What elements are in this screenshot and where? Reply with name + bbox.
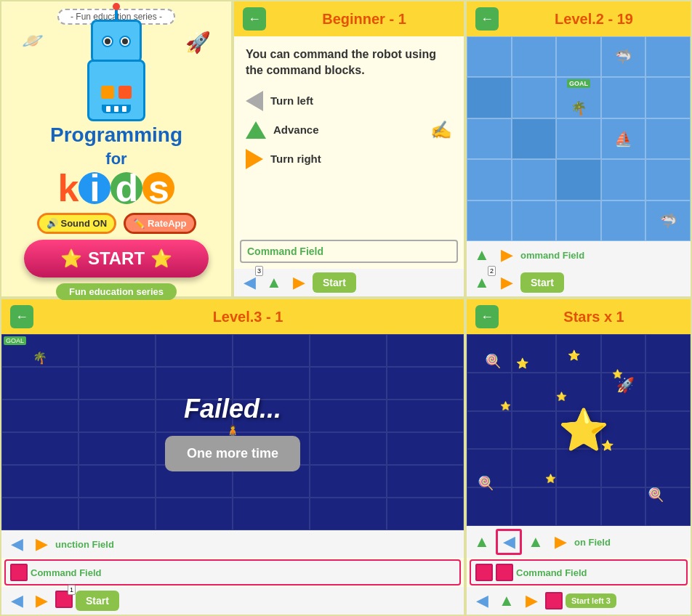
square-num: 1 bbox=[68, 585, 76, 595]
grid-cell bbox=[601, 77, 646, 118]
grid-cell bbox=[601, 200, 646, 241]
robot-mouth bbox=[102, 105, 131, 113]
speaker-icon: 🔊 bbox=[47, 218, 58, 229]
turn-left-icon bbox=[246, 91, 263, 111]
sc bbox=[601, 373, 646, 411]
grid-cell bbox=[512, 118, 557, 159]
level2-control-row-1: ▲ ▶ ommand Field bbox=[467, 241, 691, 269]
robot-area: 🪐 bbox=[15, 31, 218, 121]
right-arrow-btn[interactable]: ▶ bbox=[288, 272, 310, 293]
stars-game-area: ⭐ ⭐ ⭐ ⭐ ⭐ ⭐ 🚀 🍭 🍭 🍭 ⭐ ⭐ bbox=[467, 334, 691, 526]
start-button[interactable]: START bbox=[24, 240, 209, 277]
stars-back-button[interactable]: ← bbox=[475, 305, 499, 328]
stars-green-btn[interactable]: ▲ bbox=[471, 531, 493, 553]
panel-intro: - Fun education series - 🪐 bbox=[0, 0, 233, 298]
robot-antenna bbox=[115, 9, 118, 20]
stars-green-btn3[interactable]: ▲ bbox=[496, 590, 518, 612]
grid-cell bbox=[556, 159, 601, 200]
up-arrow-btn[interactable]: ▲ bbox=[263, 272, 285, 293]
level3-left-btn[interactable]: ◀ bbox=[6, 533, 28, 555]
level2-header: ← Level.2 - 19 bbox=[467, 1, 691, 36]
level2-up-num: 2 bbox=[488, 266, 496, 276]
failed-text: Failed... bbox=[184, 394, 281, 424]
one-more-button[interactable]: One more time bbox=[165, 436, 300, 471]
stars-left-btn2[interactable]: ◀ bbox=[471, 590, 493, 612]
sc bbox=[645, 373, 691, 411]
panel-stars: ← Stars x 1 bbox=[465, 298, 692, 616]
grid-cell bbox=[512, 36, 557, 77]
stars-pink-square-1[interactable] bbox=[475, 564, 493, 581]
pink-square-1[interactable] bbox=[10, 564, 28, 581]
robot-body bbox=[87, 60, 145, 121]
sc bbox=[512, 373, 557, 411]
beginner-content: You can command the robot using the comm… bbox=[234, 36, 464, 234]
robot-head bbox=[91, 20, 142, 63]
grid-cell bbox=[556, 118, 601, 159]
sc bbox=[556, 411, 601, 450]
boat-cell: ⛵ bbox=[601, 118, 646, 159]
sc bbox=[601, 487, 646, 526]
level2-right-btn[interactable]: ▶ bbox=[496, 244, 518, 266]
stars-left-btn[interactable]: ◀ bbox=[498, 531, 520, 553]
stars-green-btn2[interactable]: ▲ bbox=[525, 531, 547, 553]
stars-orange-btn2[interactable]: ▶ bbox=[520, 590, 542, 612]
stars-pink-square-2[interactable] bbox=[496, 564, 513, 581]
robot-eye-left bbox=[102, 36, 113, 47]
stars-orange-btn[interactable]: ▶ bbox=[550, 531, 571, 553]
panel-level3: ← Level.3 - 1 GOAL 🌴 bbox=[0, 298, 465, 616]
shark-cell-bottom: 🦈 bbox=[645, 200, 691, 241]
grid-cell bbox=[512, 77, 557, 118]
stars-start-btn[interactable]: Start left 3 bbox=[566, 593, 616, 608]
left-arrow-container: ◀ 3 bbox=[238, 272, 260, 293]
level3-header: ← Level.3 - 1 bbox=[1, 299, 464, 334]
planet-icon: 🪐 bbox=[22, 31, 44, 51]
panel-beginner: ← Beginner - 1 You can command the robot… bbox=[233, 0, 465, 298]
programming-title: Programming for bbox=[50, 124, 182, 169]
level3-start-btn[interactable]: Start bbox=[76, 591, 119, 611]
level2-right-btn2[interactable]: ▶ bbox=[496, 272, 518, 293]
sc bbox=[645, 487, 691, 526]
grid-cell bbox=[467, 77, 512, 118]
grid-cell bbox=[645, 118, 691, 159]
grid-cell bbox=[467, 159, 512, 200]
sound-button[interactable]: 🔊 Sound ON bbox=[37, 213, 117, 234]
sc bbox=[556, 487, 601, 526]
sc bbox=[556, 449, 601, 487]
grid-cell bbox=[601, 159, 646, 200]
sc bbox=[645, 334, 691, 373]
sc bbox=[601, 449, 646, 487]
ocean-game-grid: 🦈 GOAL 🌴 ⛵ bbox=[467, 36, 691, 241]
fun-education-label: Fun education series bbox=[56, 283, 177, 300]
level2-up-btn[interactable]: ▲ bbox=[471, 244, 493, 266]
level3-orange-btn[interactable]: ▶ bbox=[31, 533, 52, 555]
sc bbox=[512, 334, 557, 373]
beginner-control-row: ◀ 3 ▲ ▶ Start bbox=[234, 269, 464, 296]
sc bbox=[645, 449, 691, 487]
sc bbox=[556, 334, 601, 373]
instruction-text: You can command the robot using the comm… bbox=[246, 46, 452, 79]
grid-cell: GOAL 🌴 bbox=[556, 77, 601, 118]
stars-left-pink-container: ◀ bbox=[496, 529, 522, 555]
sc bbox=[556, 373, 601, 411]
grid-cell bbox=[645, 159, 691, 200]
level3-orange-btn2[interactable]: ▶ bbox=[31, 590, 52, 612]
stars-bottom-row: ◀ ▲ ▶ Start left 3 bbox=[467, 587, 691, 615]
beginner-start-btn[interactable]: Start bbox=[313, 272, 356, 293]
beginner-header: ← Beginner - 1 bbox=[234, 1, 464, 36]
level3-back-button[interactable]: ← bbox=[10, 305, 33, 328]
rate-button[interactable]: ✏️ RateApp bbox=[124, 213, 196, 234]
stars-pink-square-3[interactable] bbox=[545, 592, 563, 609]
pink-square-container: 1 bbox=[55, 591, 73, 611]
beginner-back-button[interactable]: ← bbox=[243, 7, 266, 31]
level2-back-button[interactable]: ← bbox=[475, 7, 499, 31]
hand-icon: ✍️ bbox=[430, 120, 452, 140]
level2-start-btn[interactable]: Start bbox=[520, 272, 564, 293]
advance-icon bbox=[246, 121, 266, 139]
sc bbox=[467, 334, 512, 373]
grid-cell bbox=[645, 36, 691, 77]
stars-header: ← Stars x 1 bbox=[467, 299, 691, 334]
edit-icon: ✏️ bbox=[133, 218, 145, 229]
failed-overlay: Failed... One more time bbox=[1, 334, 464, 530]
level3-left-btn2[interactable]: ◀ bbox=[6, 590, 28, 612]
stars-command-row: Command Field bbox=[470, 559, 688, 585]
